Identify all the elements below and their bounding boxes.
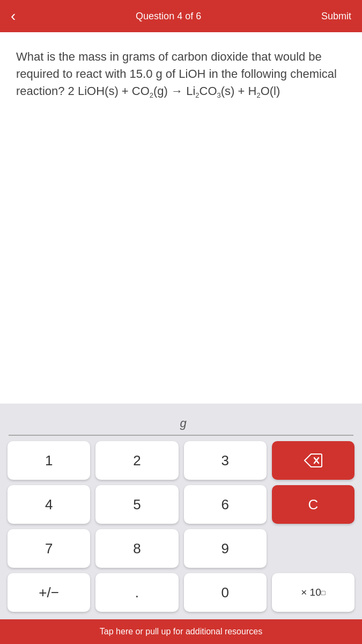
- key-5[interactable]: 5: [95, 485, 178, 524]
- keypad: 1 2 3 4 5 6 C 7 8 9 +/− . 0 × 10 □: [0, 436, 362, 619]
- key-plus-minus[interactable]: +/−: [8, 573, 90, 612]
- key-2[interactable]: 2: [95, 441, 178, 480]
- question-text: What is the mass in grams of carbon diox…: [16, 48, 346, 101]
- question-area: What is the mass in grams of carbon diox…: [0, 32, 362, 258]
- question-progress: Question 4 of 6: [136, 11, 201, 22]
- key-1[interactable]: 1: [8, 441, 90, 480]
- key-7[interactable]: 7: [8, 529, 90, 568]
- key-6[interactable]: 6: [184, 485, 267, 524]
- key-empty: [272, 529, 354, 568]
- key-decimal[interactable]: .: [95, 573, 178, 612]
- key-8[interactable]: 8: [95, 529, 178, 568]
- key-0[interactable]: 0: [184, 573, 267, 612]
- answer-unit: g: [180, 416, 186, 430]
- header: ‹ Question 4 of 6 Submit: [0, 0, 362, 32]
- submit-button[interactable]: Submit: [321, 11, 351, 22]
- calculator: g 1 2 3 4 5 6 C 7 8 9 +/− . 0 × 10 □: [0, 404, 362, 619]
- spacer: [0, 258, 362, 404]
- key-4[interactable]: 4: [8, 485, 90, 524]
- key-backspace[interactable]: [272, 441, 354, 480]
- tap-bar[interactable]: Tap here or pull up for additional resou…: [0, 619, 362, 644]
- key-3[interactable]: 3: [184, 441, 267, 480]
- answer-display: g: [9, 404, 353, 436]
- tap-bar-label: Tap here or pull up for additional resou…: [100, 627, 262, 636]
- key-x10[interactable]: × 10 □: [272, 573, 354, 612]
- back-button[interactable]: ‹: [11, 9, 16, 24]
- key-clear[interactable]: C: [272, 485, 354, 524]
- key-9[interactable]: 9: [184, 529, 267, 568]
